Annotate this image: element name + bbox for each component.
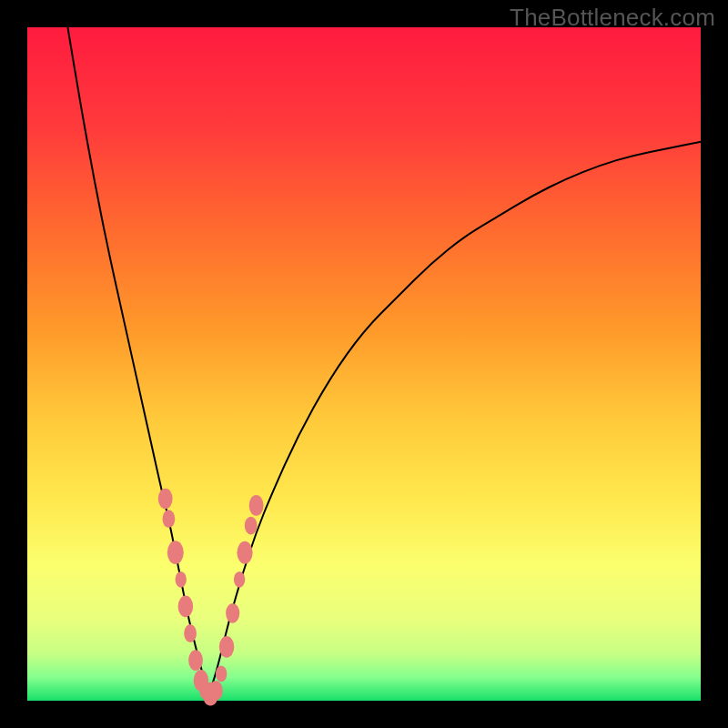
marker-point: [178, 596, 194, 618]
marker-point: [216, 666, 227, 682]
marker-point: [219, 636, 235, 658]
marker-point: [226, 603, 239, 623]
plot-area: [27, 27, 701, 701]
marker-point: [249, 495, 264, 516]
marker-point: [184, 624, 197, 642]
marker-group: [158, 489, 264, 706]
curve-left: [67, 27, 208, 694]
chart-frame: TheBottleneck.com: [0, 0, 728, 728]
marker-point: [234, 571, 245, 588]
marker-point: [245, 517, 258, 535]
watermark-text: TheBottleneck.com: [510, 4, 715, 32]
chart-svg: [27, 27, 701, 701]
marker-point: [163, 510, 176, 528]
marker-point: [237, 541, 252, 564]
marker-point: [176, 571, 187, 588]
marker-point: [167, 541, 184, 564]
marker-point: [158, 489, 173, 510]
marker-point: [188, 650, 203, 671]
curve-right: [209, 142, 701, 694]
marker-point: [209, 681, 223, 701]
